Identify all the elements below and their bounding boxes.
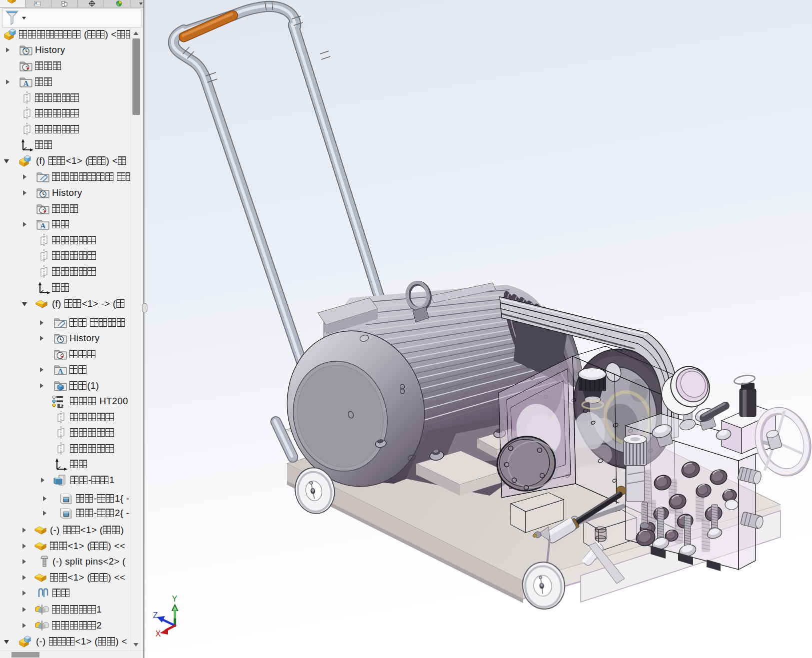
svg-text:Z: Z: [153, 611, 158, 620]
svg-text:X: X: [155, 630, 161, 638]
svg-text:Y: Y: [172, 595, 177, 603]
